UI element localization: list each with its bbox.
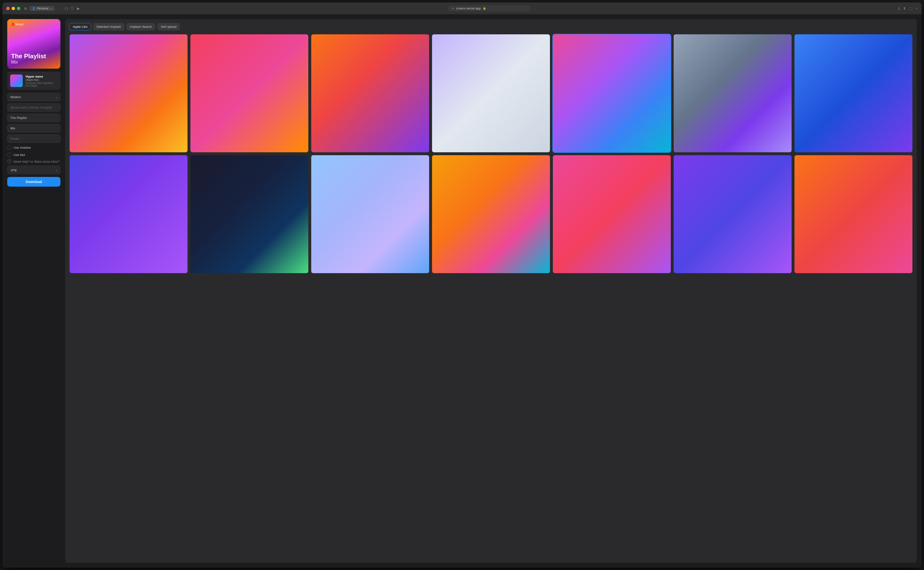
maximize-button[interactable] xyxy=(17,7,20,10)
title-bar: ⊞ 👤 Personal ⌄ ‹ › ⟨ ⟩ 🛡 ▶ ✕ coverx.verc… xyxy=(2,2,922,14)
thumbnail-2[interactable] xyxy=(190,34,309,153)
traffic-lights xyxy=(6,7,20,10)
profile-label: Personal xyxy=(37,7,48,10)
help-text: Need help? or Want some Infos? xyxy=(14,160,60,163)
image-grid xyxy=(69,34,913,274)
thumbnail-10-image xyxy=(311,155,429,273)
thumbnail-13-image xyxy=(674,155,792,273)
thumbnail-12-image xyxy=(553,155,671,273)
code-icon[interactable]: ⟨ ⟩ xyxy=(64,6,68,11)
tabs-icon[interactable]: ⬚ xyxy=(909,6,912,11)
profile-icon: 👤 xyxy=(32,7,35,10)
shadow-label: Use shadow xyxy=(14,146,31,149)
username-input[interactable] xyxy=(7,103,60,112)
url-text: coverx.vercel.app xyxy=(456,6,481,10)
thumbnail-9-image xyxy=(190,155,308,273)
thumbnail-3-image xyxy=(311,34,429,152)
sidebar-toggle-icon[interactable]: ⊞ xyxy=(24,6,27,11)
blur-label: Use blur xyxy=(14,153,25,157)
music-label: Music xyxy=(15,23,24,26)
thumbnail-7[interactable] xyxy=(794,34,913,153)
address-bar-wrapper: ✕ coverx.vercel.app 🔒 xyxy=(83,5,895,11)
footer-input[interactable] xyxy=(7,135,60,143)
upload-icon[interactable]: ⬆ xyxy=(903,6,906,11)
blur-checkbox-row: Use blur xyxy=(7,152,60,157)
browser-actions: ℹ ⬆ ⬚ + xyxy=(898,6,918,11)
thumbnail-14[interactable] xyxy=(794,155,913,274)
back-button[interactable]: ‹ xyxy=(58,6,59,11)
share-icon[interactable]: ℹ xyxy=(898,6,900,11)
thumbnail-9[interactable] xyxy=(190,155,309,274)
thumbnail-12[interactable] xyxy=(552,155,671,274)
shadow-checkbox-row: Use shadow xyxy=(7,145,60,150)
tab-apple-like[interactable]: Apple Like xyxy=(69,23,91,31)
form-section: Modern Use shadow Use blur ? N xyxy=(7,93,60,187)
style-details: Hyper wave (Apple like) Slowlydev with i… xyxy=(26,75,58,87)
thumbnail-4[interactable] xyxy=(431,34,551,153)
thumbnail-8[interactable] xyxy=(69,155,188,274)
shield-icon[interactable]: 🛡 xyxy=(71,6,74,11)
style-type: (Apple like) xyxy=(26,78,58,81)
preview-card: 🍎 Music The Playlist Mix xyxy=(7,19,60,69)
thumbnail-4-image xyxy=(432,34,550,152)
tab-unplash-search[interactable]: Unplash Search xyxy=(126,23,156,31)
thumbnail-2-image xyxy=(190,34,308,152)
format-select[interactable]: .png .jpg .webp xyxy=(7,165,60,174)
thumbnail-8-image xyxy=(70,155,188,273)
style-credit: Slowlydev with inspiration from Apple xyxy=(26,82,58,87)
right-panel: Apple Like Selected Unplash Unplash Sear… xyxy=(65,19,917,563)
profile-chevron-icon: ⌄ xyxy=(50,7,52,10)
subtitle-input[interactable] xyxy=(7,124,60,132)
style-info: Hyper wave (Apple like) Slowlydev with i… xyxy=(7,72,60,90)
apple-music-logo: 🍎 Music xyxy=(11,23,24,26)
toolbar-icons: ⊞ 👤 Personal ⌄ xyxy=(24,6,55,11)
thumbnail-11[interactable] xyxy=(431,155,551,274)
help-icon[interactable]: ? xyxy=(7,159,12,164)
minimize-button[interactable] xyxy=(12,7,15,10)
blur-checkbox[interactable] xyxy=(7,153,12,157)
browser-window: ⊞ 👤 Personal ⌄ ‹ › ⟨ ⟩ 🛡 ▶ ✕ coverx.verc… xyxy=(2,2,922,568)
nav-arrows: ‹ › xyxy=(58,6,62,11)
main-content: 🍎 Music The Playlist Mix Hyper wave (App… xyxy=(2,14,922,568)
tabs-row: Apple Like Selected Unplash Unplash Sear… xyxy=(69,23,913,31)
help-row: ? Need help? or Want some Infos? xyxy=(7,159,60,164)
profile-button[interactable]: 👤 Personal ⌄ xyxy=(29,6,55,11)
close-button[interactable] xyxy=(6,7,10,10)
favicon-icon: ✕ xyxy=(452,7,454,10)
download-button[interactable]: Download xyxy=(7,177,60,187)
lock-icon: 🔒 xyxy=(483,7,486,10)
tab-selected-unplash[interactable]: Selected Unplash xyxy=(93,23,124,31)
thumbnail-1[interactable] xyxy=(69,34,188,153)
thumbnail-6[interactable] xyxy=(673,34,792,153)
preview-subtitle: Mix xyxy=(11,60,57,65)
thumbnail-6-image xyxy=(674,34,792,152)
playlist-name-input[interactable] xyxy=(7,113,60,122)
new-tab-icon[interactable]: + xyxy=(916,6,918,11)
play-icon[interactable]: ▶ xyxy=(77,6,80,11)
shadow-checkbox[interactable] xyxy=(7,145,12,150)
layout-select[interactable]: Modern xyxy=(7,93,60,101)
thumbnail-11-image xyxy=(432,155,550,273)
thumbnail-1-image xyxy=(70,34,188,152)
style-thumbnail xyxy=(10,74,23,87)
preview-title: The Playlist xyxy=(11,53,57,60)
thumbnail-14-image xyxy=(794,155,912,273)
thumbnail-3[interactable] xyxy=(311,34,430,153)
forward-button[interactable]: › xyxy=(60,6,62,11)
address-bar[interactable]: ✕ coverx.vercel.app 🔒 xyxy=(448,5,530,11)
preview-card-content: 🍎 Music The Playlist Mix xyxy=(7,19,60,69)
thumbnail-5-image xyxy=(553,34,671,152)
thumbnail-5[interactable] xyxy=(552,34,671,153)
thumbnail-10[interactable] xyxy=(311,155,430,274)
style-name: Hyper wave xyxy=(26,75,58,78)
thumbnail-7-image xyxy=(794,34,912,152)
thumbnail-13[interactable] xyxy=(673,155,792,274)
format-select-wrapper: .png .jpg .webp xyxy=(7,165,60,174)
left-panel: 🍎 Music The Playlist Mix Hyper wave (App… xyxy=(7,19,60,563)
empty-space xyxy=(69,277,913,559)
apple-icon: 🍎 xyxy=(11,23,14,26)
tab-self-upload[interactable]: Self upload xyxy=(157,23,180,31)
layout-select-wrapper: Modern xyxy=(7,93,60,101)
